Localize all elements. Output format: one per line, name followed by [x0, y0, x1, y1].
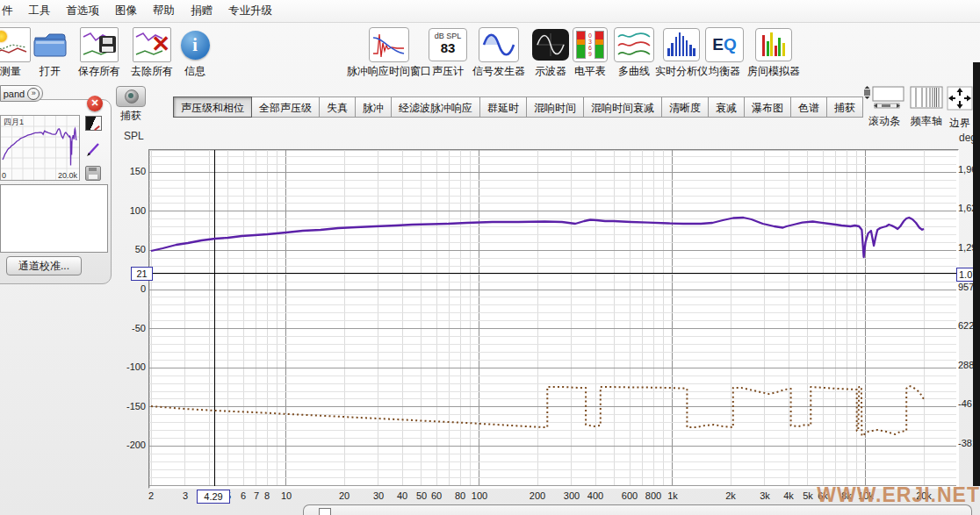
menu-item-6[interactable]: 专业升级 — [220, 4, 280, 18]
toolbar-button-spl-meter[interactable]: dB SPL83 声压计 — [423, 26, 472, 79]
menu-item-4[interactable]: 帮助 — [145, 4, 183, 18]
tab-全部声压级[interactable]: 全部声压级 — [251, 97, 320, 118]
toolbar-button-remove-all[interactable]: ✕ 去除所有 — [127, 26, 177, 79]
graph-tab-bar: 声压级和相位全部声压级失真脉冲经滤波脉冲响应群延时混响时间混响时间衰减清晰度衰减… — [174, 97, 863, 117]
graph-control-limits[interactable]: 边界 — [945, 86, 975, 131]
x-axis-tick: 600 — [622, 490, 638, 501]
tab-清晰度[interactable]: 清晰度 — [661, 97, 709, 118]
generator-icon — [471, 26, 527, 63]
toolbar-button-label: 保存所有 — [75, 64, 124, 79]
y-axis-tick: 0 — [116, 283, 146, 294]
x-axis-tick: 3 — [183, 490, 188, 501]
expand-panel-button[interactable]: pand » — [0, 85, 43, 102]
right-axis-tick: 288 — [958, 360, 974, 370]
right-axis-tick: 957 — [958, 282, 974, 292]
x-axis-tick: 400 — [587, 490, 603, 501]
remove-all-icon: ✕ — [127, 26, 177, 63]
tab-脉冲[interactable]: 脉冲 — [355, 97, 392, 118]
bottom-checkbox[interactable] — [319, 508, 331, 515]
y-axis-tick: -150 — [116, 401, 146, 411]
scrollbar-icon — [861, 86, 907, 112]
capture-label: 捕获 — [115, 109, 147, 124]
tab-声压级和相位[interactable]: 声压级和相位 — [173, 97, 252, 118]
measurement-thumbnail[interactable]: 四月1 0 20.0k — [0, 115, 80, 181]
thumb-axis-right: 20.0k — [58, 171, 77, 180]
save-all-icon — [75, 26, 124, 63]
tab-衰减[interactable]: 衰减 — [708, 97, 745, 118]
notes-floppy-icon[interactable] — [85, 166, 101, 181]
tab-混响时间衰减[interactable]: 混响时间衰减 — [583, 97, 662, 118]
toolbar-button-label: 打开 — [28, 64, 72, 79]
x-axis-tick: 2 — [148, 490, 154, 501]
toolbar-button-room-sim[interactable]: 房间模拟器 — [743, 26, 804, 79]
right-axis-tick: -46 — [958, 398, 972, 409]
menu-item-1[interactable]: 工具 — [21, 4, 59, 18]
camera-icon — [116, 86, 146, 107]
x-axis-tick: 20 — [339, 490, 349, 501]
x-axis-tick: 80 — [455, 490, 465, 501]
tab-失真[interactable]: 失真 — [319, 97, 356, 118]
x-axis-tick: 100 — [472, 490, 487, 501]
y-axis-tick: -200 — [116, 440, 146, 450]
toolbar-button-generator[interactable]: 信号发生器 — [471, 26, 527, 79]
capture-button[interactable]: 捕获 — [115, 86, 147, 124]
menu-item-2[interactable]: 首选项 — [59, 4, 108, 18]
limits-icon — [945, 86, 975, 114]
thumb-axis-left: 0 — [2, 171, 6, 180]
tab-瀑布图[interactable]: 瀑布图 — [744, 97, 791, 118]
channel-calibration-button[interactable]: 通道校准... — [6, 256, 82, 275]
menu-item-3[interactable]: 图像 — [107, 4, 145, 18]
tab-经滤波脉冲响应[interactable]: 经滤波脉冲响应 — [391, 97, 480, 118]
toolbar-button-info[interactable]: i 信息 — [177, 26, 213, 79]
x-axis-tick: 7 — [254, 490, 259, 501]
toolbar-button-label: 信号发生器 — [471, 64, 527, 79]
toolbar-button-label: 信息 — [177, 64, 213, 79]
x-axis-tick: 50 — [416, 490, 427, 501]
toolbar-button-open-folder[interactable]: 打开 — [28, 26, 72, 79]
x-axis-tick: 200 — [530, 490, 545, 501]
tab-群延时[interactable]: 群延时 — [479, 97, 527, 118]
y-axis-tick: 100 — [116, 205, 146, 216]
open-folder-icon — [28, 26, 72, 63]
toolbar-button-label: 房间模拟器 — [743, 64, 804, 79]
x-axis-tick: 6 — [241, 490, 246, 501]
spl-cursor-readout: 21 — [131, 267, 153, 281]
spl-phase-plot[interactable] — [148, 149, 959, 489]
trace-pen-icon[interactable] — [85, 141, 101, 161]
left-axis-title: SPL — [124, 130, 144, 142]
x-axis-tick: 30 — [373, 490, 384, 501]
notes-listbox[interactable] — [0, 184, 108, 253]
x-axis-tick: 60 — [431, 490, 442, 501]
y-axis-tick: -100 — [116, 361, 146, 372]
toolbar-button-save-all[interactable]: 保存所有 — [75, 26, 124, 79]
watermark: WWW.ERJI.NET — [676, 483, 980, 507]
x-axis-tick: 8 — [264, 490, 270, 501]
tab-捕获[interactable]: 捕获 — [826, 97, 863, 118]
y-axis-tick: 150 — [116, 166, 146, 176]
x-axis-tick: 300 — [564, 490, 580, 501]
graph-control-freq-axis[interactable]: 频率轴 — [908, 86, 945, 129]
freq-cursor-readout: 4.29 — [197, 490, 230, 504]
menu-item-0[interactable]: 件 — [0, 4, 21, 18]
tab-色谱[interactable]: 色谱 — [790, 97, 827, 118]
impulse-window-icon — [347, 26, 431, 63]
menu-bar: 件工具首选项图像帮助捐赠专业升级 — [0, 0, 980, 23]
graph-control-label: 边界 — [945, 116, 975, 131]
measurement-name: 四月1 — [4, 117, 24, 128]
y-axis-tick: -50 — [116, 323, 146, 333]
x-axis-tick: 40 — [397, 490, 407, 501]
trace-info-icon[interactable] — [85, 116, 102, 131]
spl-meter-icon: dB SPL83 — [423, 26, 472, 63]
info-icon: i — [177, 26, 213, 63]
main-toolbar: 测量 打开 保存所有 ✕ 去除所有i 信息 脉冲响应时间窗口 dB SPL83 … — [0, 23, 980, 81]
close-measurement-icon[interactable]: ✕ — [87, 96, 103, 111]
freq-axis-icon — [908, 86, 945, 112]
toolbar-button-label: 脉冲响应时间窗口 — [347, 64, 431, 79]
toolbar-button-impulse-window[interactable]: 脉冲响应时间窗口 — [347, 26, 431, 79]
x-axis-tick: 800 — [645, 490, 661, 501]
tab-混响时间[interactable]: 混响时间 — [526, 97, 584, 118]
menu-item-5[interactable]: 捐赠 — [183, 4, 220, 18]
expand-label: pand — [4, 89, 25, 99]
graph-control-scrollbar[interactable]: 滚动条 — [861, 86, 907, 129]
right-axis-tick: 622 — [958, 320, 974, 331]
